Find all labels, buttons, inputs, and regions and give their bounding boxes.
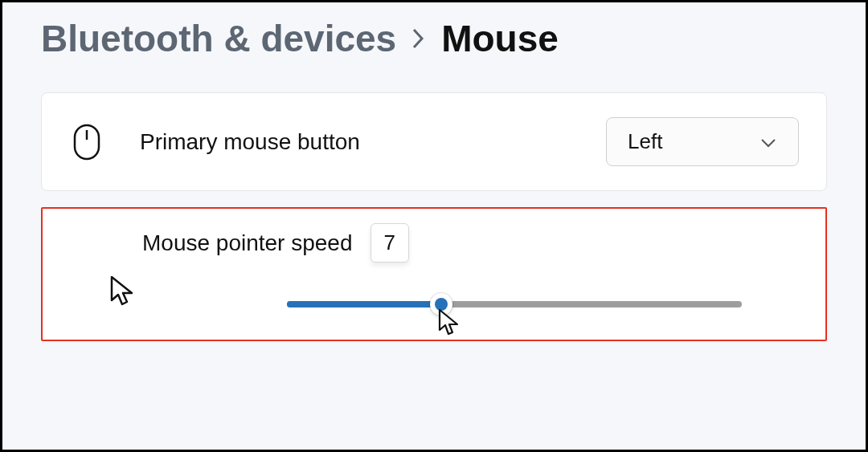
breadcrumb-parent-link[interactable]: Bluetooth & devices xyxy=(41,17,396,60)
mouse-pointer-speed-slider[interactable] xyxy=(287,301,742,307)
speed-header: Mouse pointer speed 7 xyxy=(142,223,798,263)
cursor-icon xyxy=(436,307,462,340)
primary-mouse-button-row: Primary mouse button Left xyxy=(41,92,827,191)
breadcrumb: Bluetooth & devices Mouse xyxy=(41,17,827,60)
pointer-icon xyxy=(108,275,137,310)
slider-fill xyxy=(287,301,441,307)
mouse-pointer-speed-label: Mouse pointer speed xyxy=(142,230,353,256)
primary-mouse-button-dropdown[interactable]: Left xyxy=(606,117,799,166)
primary-mouse-button-label: Primary mouse button xyxy=(140,129,360,155)
dropdown-selected-value: Left xyxy=(628,129,662,154)
slider-track xyxy=(287,301,742,307)
chevron-down-icon xyxy=(760,129,777,154)
mouse-pointer-speed-value-tooltip: 7 xyxy=(371,223,409,263)
breadcrumb-current: Mouse xyxy=(441,17,559,60)
settings-page: Bluetooth & devices Mouse Primary mouse … xyxy=(2,2,866,450)
chevron-right-icon xyxy=(411,26,427,51)
mouse-icon xyxy=(69,124,104,160)
mouse-pointer-speed-row: Mouse pointer speed 7 xyxy=(41,207,827,341)
